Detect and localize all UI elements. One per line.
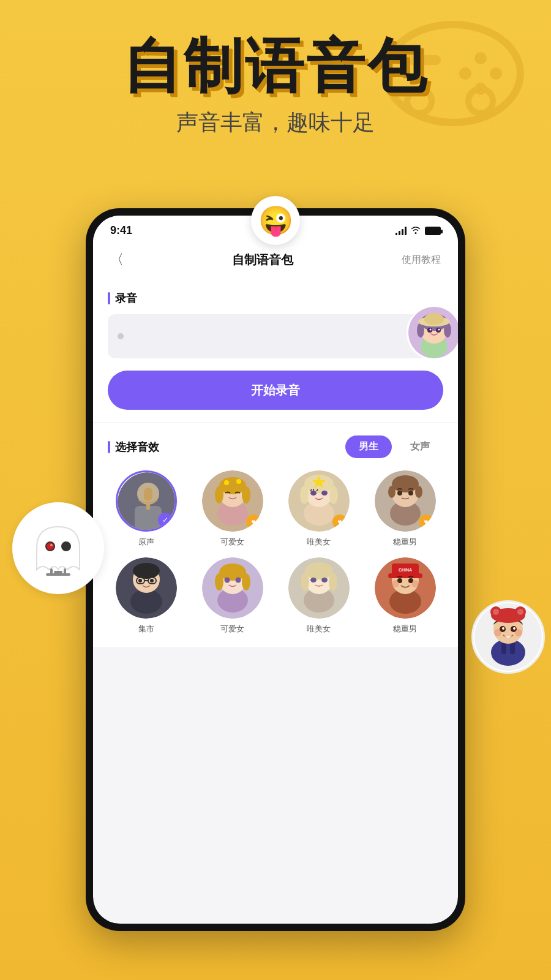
effects-section: 选择音效 男生 女声 — [93, 423, 458, 647]
svg-point-106 — [502, 627, 504, 630]
effect-name-cute-female: 可爱女 — [220, 537, 244, 548]
effect-item-jishi[interactable]: 集市 — [108, 557, 184, 635]
svg-rect-80 — [388, 573, 422, 578]
background: 自制语音包 声音丰富，趣味十足 😜 9:41 — [0, 0, 551, 980]
svg-point-59 — [150, 579, 154, 582]
effect-item-beautiful-female[interactable]: ♥ 唯美女 — [280, 470, 357, 548]
effect-name-jishi: 集市 — [138, 624, 154, 635]
svg-point-39 — [329, 486, 338, 504]
effects-grid-row2: 集市 — [108, 557, 443, 635]
tutorial-link[interactable]: 使用教程 — [402, 254, 441, 266]
svg-point-16 — [424, 313, 444, 325]
sub-title: 声音丰富，趣味十足 — [0, 108, 551, 138]
svg-point-87 — [61, 541, 71, 551]
tab-male[interactable]: 男生 — [345, 435, 392, 458]
svg-point-71 — [305, 562, 333, 579]
ghost-mic-decoration — [12, 502, 104, 594]
effects-header: 选择音效 男生 女声 — [108, 435, 443, 458]
effect-item-beautiful-female-2[interactable]: 唯美女 — [280, 557, 357, 635]
svg-point-58 — [138, 579, 142, 582]
effects-label-text: 选择音效 — [115, 440, 159, 454]
floating-emoji: 😜 — [251, 196, 300, 245]
effect-item-original[interactable]: ✓ 原声 — [108, 470, 184, 548]
effect-item-cute-female[interactable]: ♥ 可爱女 — [194, 470, 271, 548]
svg-rect-93 — [64, 568, 66, 576]
main-title: 自制语音包 — [0, 37, 551, 96]
svg-point-75 — [321, 578, 328, 582]
effects-label-area: 选择音效 — [108, 440, 159, 454]
effect-avatar-beautiful-female-2 — [288, 557, 350, 619]
effects-label-bar — [108, 441, 110, 453]
avatar-right — [407, 305, 458, 360]
svg-point-46 — [392, 475, 419, 492]
svg-point-89 — [50, 544, 53, 546]
svg-point-50 — [408, 491, 413, 496]
svg-point-65 — [242, 573, 250, 590]
svg-rect-90 — [54, 571, 62, 573]
recording-input[interactable] — [108, 314, 443, 358]
svg-point-109 — [515, 629, 522, 636]
svg-rect-24 — [144, 488, 152, 501]
phone-screen: 9:41 〈 — [93, 216, 458, 924]
back-button[interactable]: 〈 — [110, 251, 124, 269]
effect-item-steady-male-2[interactable]: CHINA — [367, 557, 443, 635]
effect-item-steady-male[interactable]: ♥ 稳重男 — [367, 470, 443, 548]
svg-point-108 — [494, 629, 501, 636]
svg-point-74 — [310, 578, 317, 582]
effect-name-cute-female-2: 可爱女 — [220, 624, 244, 635]
locked-icon2: ♥ — [332, 514, 347, 529]
svg-point-88 — [47, 543, 54, 550]
recording-label: 录音 — [108, 291, 443, 306]
effect-avatar-beautiful-female: ♥ — [288, 470, 350, 532]
status-icons — [395, 225, 441, 236]
nav-bar: 〈 自制语音包 使用教程 — [93, 241, 458, 279]
svg-point-102 — [493, 609, 499, 615]
effect-avatar-cute-female-2 — [202, 557, 263, 619]
effect-name-beautiful-female: 唯美女 — [307, 537, 331, 548]
gender-tabs: 男生 女声 — [345, 435, 443, 458]
svg-point-107 — [513, 627, 515, 630]
svg-point-73 — [329, 573, 337, 591]
svg-point-84 — [392, 580, 399, 587]
svg-point-38 — [300, 486, 309, 504]
recording-dot-icon — [118, 333, 124, 339]
svg-point-66 — [224, 578, 230, 583]
svg-rect-92 — [50, 568, 53, 576]
svg-point-32 — [224, 480, 229, 485]
svg-point-29 — [219, 477, 246, 494]
svg-point-63 — [219, 564, 246, 581]
selected-check-icon: ✓ — [158, 513, 173, 527]
phone-mockup: 9:41 〈 — [86, 208, 465, 931]
effect-name-original: 原声 — [138, 537, 154, 548]
wifi-icon — [410, 225, 421, 236]
svg-point-72 — [301, 573, 309, 591]
effect-name-beautiful-female-2: 唯美女 — [307, 624, 331, 635]
effect-avatar-cute-female: ♥ — [202, 470, 263, 532]
effect-avatar-jishi — [116, 557, 177, 619]
svg-point-67 — [235, 578, 241, 583]
locked-icon3: ♥ — [419, 514, 433, 529]
start-record-button[interactable]: 开始录音 — [108, 371, 443, 410]
recording-section: 录音 — [93, 279, 458, 422]
tab-female[interactable]: 女声 — [397, 435, 443, 458]
title-section: 自制语音包 声音丰富，趣味十足 — [0, 37, 551, 138]
svg-point-47 — [388, 486, 395, 498]
battery-icon — [425, 227, 441, 235]
svg-point-85 — [411, 580, 419, 587]
svg-point-103 — [517, 609, 523, 615]
char-avatar-right — [471, 600, 545, 674]
effect-name-steady-male: 稳重男 — [393, 537, 417, 548]
label-bar-icon — [108, 292, 110, 304]
effect-item-cute-female-2[interactable]: 可爱女 — [194, 557, 271, 635]
page-title: 自制语音包 — [232, 252, 293, 268]
svg-point-54 — [133, 563, 160, 579]
svg-rect-91 — [46, 573, 70, 576]
recording-label-text: 录音 — [115, 291, 137, 306]
svg-point-19 — [430, 329, 432, 331]
signal-icon — [395, 227, 407, 235]
svg-point-64 — [215, 573, 223, 590]
effect-name-steady-male-2: 稳重男 — [393, 624, 417, 635]
svg-rect-25 — [146, 505, 150, 510]
svg-point-31 — [242, 486, 250, 503]
svg-point-42 — [321, 491, 328, 496]
